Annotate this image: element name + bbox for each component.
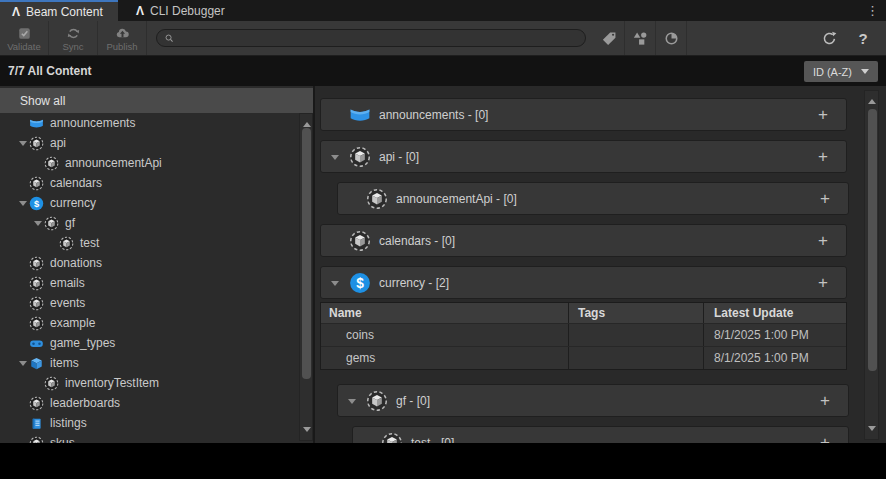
collapse-arrow-icon[interactable] bbox=[329, 141, 341, 172]
scroll-down-icon[interactable] bbox=[868, 426, 876, 435]
collapse-arrow-icon[interactable] bbox=[346, 385, 358, 416]
card-announcements[interactable]: announcements - [0] + bbox=[320, 98, 847, 131]
cards-scrollbar[interactable] bbox=[864, 90, 879, 440]
tree-item-items[interactable]: items bbox=[0, 353, 299, 373]
tree-item-announcementapi[interactable]: announcementApi bbox=[0, 153, 299, 173]
tree-item-leaderboards[interactable]: leaderboards bbox=[0, 393, 299, 413]
tree-item-skus[interactable]: skus bbox=[0, 433, 299, 443]
scroll-up-icon[interactable] bbox=[303, 118, 311, 127]
collapse-arrow-icon[interactable] bbox=[16, 133, 29, 153]
nested-cards: gf - [0] + bbox=[337, 384, 849, 417]
tree-item-label: example bbox=[50, 316, 95, 330]
collapse-arrow-icon[interactable] bbox=[16, 353, 29, 373]
content-tree: announcements api announcementApi calend… bbox=[0, 113, 299, 443]
chevron-down-icon bbox=[861, 69, 869, 78]
tree-item-listings[interactable]: listings bbox=[0, 413, 299, 433]
expand-slot bbox=[46, 233, 59, 253]
card-api[interactable]: api - [0] + bbox=[320, 140, 847, 173]
column-header-latest-update[interactable]: Latest Update bbox=[704, 306, 846, 320]
tree-item-api[interactable]: api bbox=[0, 133, 299, 153]
tree-item-label: skus bbox=[50, 436, 75, 443]
status-filter-button[interactable] bbox=[656, 21, 686, 55]
currency-icon bbox=[349, 272, 371, 294]
refresh-button[interactable] bbox=[812, 21, 846, 55]
search-box[interactable] bbox=[156, 29, 586, 47]
collapse-arrow-icon[interactable] bbox=[16, 193, 29, 213]
scrollbar-thumb[interactable] bbox=[868, 109, 877, 371]
window-menu-icon[interactable]: ⋮ bbox=[866, 0, 879, 21]
content-tree-panel: Show all announcements api announcementA… bbox=[0, 86, 313, 443]
tree-item-test[interactable]: test bbox=[0, 233, 299, 253]
cell-name: gems bbox=[321, 347, 569, 369]
search-input[interactable] bbox=[179, 31, 578, 45]
announcement-icon bbox=[349, 104, 371, 126]
cards-list: announcements - [0] + api - [0] + announ… bbox=[320, 98, 847, 443]
type-filter-button[interactable] bbox=[625, 21, 655, 55]
add-content-button[interactable]: + bbox=[820, 434, 830, 443]
tree-item-label: calendars bbox=[50, 176, 102, 190]
content-object-icon bbox=[381, 432, 403, 444]
tree-item-label: events bbox=[50, 296, 85, 310]
tab-cli-debugger[interactable]: Λ CLI Debugger bbox=[124, 0, 237, 21]
card-announcementapi[interactable]: announcementApi - [0] + bbox=[337, 182, 849, 215]
tree-item-events[interactable]: events bbox=[0, 293, 299, 313]
tree-item-currency[interactable]: currency bbox=[0, 193, 299, 213]
tree-item-label: inventoryTestItem bbox=[65, 376, 159, 390]
scroll-down-icon[interactable] bbox=[303, 427, 311, 436]
show-all-row[interactable]: Show all bbox=[0, 88, 313, 113]
content-object-icon bbox=[44, 216, 59, 231]
table-row[interactable]: gems 8/1/2025 1:00 PM bbox=[321, 346, 846, 369]
collapse-arrow-icon[interactable] bbox=[31, 213, 44, 233]
card-calendars[interactable]: calendars - [0] + bbox=[320, 224, 847, 257]
card-currency[interactable]: currency - [2] + bbox=[320, 266, 847, 299]
tab-beam-content[interactable]: Λ Beam Content bbox=[0, 0, 118, 21]
tree-item-calendars[interactable]: calendars bbox=[0, 173, 299, 193]
content-object-icon bbox=[349, 146, 371, 168]
scroll-up-icon[interactable] bbox=[868, 95, 876, 104]
add-content-button[interactable]: + bbox=[818, 274, 828, 291]
validate-button[interactable]: Validate bbox=[0, 21, 49, 55]
card-gf[interactable]: gf - [0] + bbox=[337, 384, 849, 417]
tree-item-gf[interactable]: gf bbox=[0, 213, 299, 233]
collapse-arrow-icon[interactable] bbox=[329, 267, 341, 298]
add-content-button[interactable]: + bbox=[820, 190, 830, 207]
expand-slot bbox=[16, 393, 29, 413]
content-object-icon bbox=[29, 256, 44, 271]
toolbar: Validate Sync Publish bbox=[0, 21, 886, 56]
help-button[interactable]: ? bbox=[846, 21, 880, 55]
card-label: calendars - [0] bbox=[379, 234, 818, 248]
add-content-button[interactable]: + bbox=[818, 232, 828, 249]
listing-icon bbox=[29, 416, 44, 431]
cell-name: coins bbox=[321, 324, 569, 346]
cell-latest-update: 8/1/2025 1:00 PM bbox=[704, 351, 846, 365]
tree-item-example[interactable]: example bbox=[0, 313, 299, 333]
add-content-button[interactable]: + bbox=[818, 106, 828, 123]
card-label: test - [0] bbox=[411, 436, 820, 444]
table-row[interactable]: coins 8/1/2025 1:00 PM bbox=[321, 323, 846, 346]
tag-icon bbox=[601, 30, 618, 47]
tag-filter-button[interactable] bbox=[594, 21, 624, 55]
content-object-icon bbox=[29, 276, 44, 291]
tree-scrollbar[interactable] bbox=[299, 113, 313, 441]
column-header-tags[interactable]: Tags bbox=[569, 303, 704, 323]
tree-item-inventorytestitem[interactable]: inventoryTestItem bbox=[0, 373, 299, 393]
sync-button[interactable]: Sync bbox=[49, 21, 98, 55]
add-content-button[interactable]: + bbox=[820, 392, 830, 409]
tree-item-game-types[interactable]: game_types bbox=[0, 333, 299, 353]
cell-latest-update: 8/1/2025 1:00 PM bbox=[704, 328, 846, 342]
tree-item-label: test bbox=[80, 236, 99, 250]
publish-button[interactable]: Publish bbox=[98, 21, 147, 55]
sort-label: ID (A-Z) bbox=[813, 66, 852, 78]
scrollbar-thumb[interactable] bbox=[302, 128, 311, 379]
card-label: announcements - [0] bbox=[379, 108, 818, 122]
column-header-name[interactable]: Name bbox=[321, 303, 569, 323]
tree-item-donations[interactable]: donations bbox=[0, 253, 299, 273]
expand-slot bbox=[16, 433, 29, 443]
expand-slot bbox=[16, 293, 29, 313]
tree-item-emails[interactable]: emails bbox=[0, 273, 299, 293]
add-content-button[interactable]: + bbox=[818, 148, 828, 165]
card-test[interactable]: test - [0] + bbox=[352, 426, 849, 443]
sort-dropdown[interactable]: ID (A-Z) bbox=[804, 61, 878, 82]
tree-item-announcements[interactable]: announcements bbox=[0, 113, 299, 133]
tree-item-label: emails bbox=[50, 276, 85, 290]
